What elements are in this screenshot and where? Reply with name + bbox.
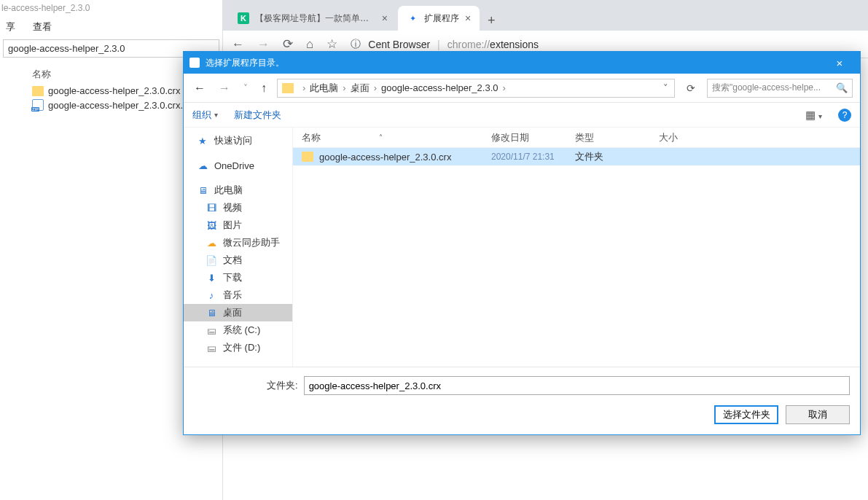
browser-tab[interactable]: K 【极客网址导航】一款简单纯净 ×: [229, 6, 396, 31]
tab-label: 扩展程序: [424, 12, 459, 25]
drive-icon: 🖴: [206, 324, 217, 336]
folder-icon: [302, 152, 313, 162]
select-folder-button[interactable]: 选择文件夹: [714, 405, 778, 424]
dialog-footer: 文件夹: 选择文件夹 取消: [184, 367, 860, 434]
cloud-icon: ☁: [197, 160, 208, 171]
dialog-nav: ← → ˅ ↑ › 此电脑 › 桌面 › google-access-helpe…: [184, 74, 860, 103]
new-tab-button[interactable]: +: [481, 10, 501, 31]
new-folder-button[interactable]: 新建文件夹: [234, 109, 281, 122]
col-size[interactable]: 大小: [659, 131, 717, 144]
nav-up-button[interactable]: ↑: [258, 82, 270, 95]
address-bar[interactable]: ⓘ Cent Browser | chrome://extensions: [351, 38, 539, 51]
sidebar-item-label: 下载: [223, 271, 242, 284]
bg-menu-item[interactable]: 查看: [33, 20, 52, 34]
tab-favicon-icon: K: [238, 12, 249, 24]
file-date: 2020/11/7 21:31: [491, 152, 575, 162]
nav-back-button[interactable]: ←: [191, 82, 208, 95]
sidebar-item[interactable]: ♪音乐: [184, 286, 292, 304]
chevron-down-icon[interactable]: ˅: [241, 83, 251, 93]
sidebar-item-label: 文件 (D:): [223, 341, 260, 354]
folder-field-label: 文件夹:: [194, 379, 298, 392]
chevron-right-icon: ›: [298, 82, 310, 93]
crumb[interactable]: 此电脑: [310, 82, 338, 95]
sidebar-item-label: 桌面: [223, 306, 242, 319]
sidebar-item[interactable]: 🖼图片: [184, 216, 292, 234]
forward-button[interactable]: →: [257, 37, 270, 52]
addr-app: Cent Browser: [368, 39, 430, 50]
star-button[interactable]: ☆: [327, 36, 337, 52]
dialog-titlebar[interactable]: 选择扩展程序目录。 ×: [184, 52, 860, 74]
zip-icon: [32, 99, 44, 111]
crumb[interactable]: 桌面: [351, 82, 370, 95]
dialog-title: 选择扩展程序目录。: [206, 57, 284, 69]
folder-path-input[interactable]: [304, 376, 850, 395]
sidebar-item[interactable]: 🖴系统 (C:): [184, 321, 292, 339]
help-button[interactable]: ?: [838, 109, 851, 122]
sidebar-item-label: 快速访问: [214, 134, 252, 147]
music-icon: ♪: [206, 289, 217, 301]
sidebar-item-label: 图片: [223, 219, 242, 232]
search-placeholder: 搜索"google-access-helpe...: [712, 82, 821, 94]
close-icon[interactable]: ×: [382, 12, 388, 24]
breadcrumb[interactable]: › 此电脑 › 桌面 › google-access-helper_2.3.0 …: [277, 79, 675, 98]
desk-icon: 🖥: [206, 307, 217, 319]
file-list: 名称˄ 修改日期 类型 大小 google-access-helper_2.3.…: [293, 128, 860, 367]
nav-forward-button[interactable]: →: [216, 82, 233, 95]
file-name: google-access-helper_2.3.0.crx: [319, 152, 451, 163]
col-date[interactable]: 修改日期: [491, 131, 575, 144]
tab-label: 【极客网址导航】一款简单纯净: [255, 12, 376, 25]
sidebar-item[interactable]: 🖥此电脑: [184, 181, 292, 199]
addr-scheme: chrome://: [447, 39, 490, 50]
close-icon[interactable]: ×: [465, 12, 471, 24]
drive-icon: 🖴: [206, 342, 217, 353]
sidebar-item[interactable]: ⬇下载: [184, 269, 292, 286]
col-type[interactable]: 类型: [575, 131, 659, 144]
refresh-button[interactable]: ⟳: [682, 82, 700, 94]
folder-icon: [282, 83, 294, 93]
bg-menu: 享 查看: [0, 16, 222, 38]
file-row[interactable]: google-access-helper_2.3.0.crx 2020/11/7…: [293, 148, 860, 165]
sidebar-item[interactable]: ☁微云同步助手: [184, 234, 292, 251]
info-icon[interactable]: ⓘ: [351, 38, 361, 51]
sidebar-item[interactable]: ★快速访问: [184, 132, 292, 149]
search-input[interactable]: 搜索"google-access-helpe... 🔍: [707, 79, 853, 98]
sidebar-item-label: 此电脑: [214, 184, 243, 197]
separator: |: [437, 39, 440, 50]
folder-picker-dialog: 选择扩展程序目录。 × ← → ˅ ↑ › 此电脑 › 桌面 › google-…: [183, 51, 861, 435]
reload-button[interactable]: ⟳: [283, 36, 293, 52]
browser-tab-active[interactable]: ✦ 扩展程序 ×: [398, 6, 480, 31]
col-name[interactable]: 名称: [302, 131, 321, 144]
home-button[interactable]: ⌂: [306, 37, 313, 52]
view-options-button[interactable]: ▦ ▾: [805, 109, 822, 122]
bg-file-name: google-access-helper_2.3.0.crx.z: [48, 100, 188, 111]
bg-col-name[interactable]: 名称: [32, 68, 51, 81]
sidebar-item-label: 微云同步助手: [223, 236, 280, 249]
pc-icon: 🖥: [197, 184, 208, 196]
crumb[interactable]: google-access-helper_2.3.0: [381, 82, 498, 93]
puzzle-icon: ✦: [407, 12, 418, 24]
bg-file-name: google-access-helper_2.3.0.crx: [48, 85, 180, 96]
vid-icon: 🎞: [206, 202, 217, 214]
addr-path: extensions: [490, 39, 539, 50]
sidebar: ★快速访问☁OneDrive🖥此电脑🎞视频🖼图片☁微云同步助手📄文档⬇下载♪音乐…: [184, 128, 293, 367]
bg-menu-item[interactable]: 享: [6, 20, 15, 34]
sidebar-item-label: 音乐: [223, 289, 242, 302]
sync-icon: ☁: [206, 237, 217, 249]
tab-bar: K 【极客网址导航】一款简单纯净 × ✦ 扩展程序 × +: [223, 0, 868, 31]
sidebar-item-label: 文档: [223, 254, 242, 267]
star-icon: ★: [197, 135, 208, 147]
close-button[interactable]: ×: [825, 57, 854, 69]
back-button[interactable]: ←: [232, 37, 244, 52]
sidebar-item[interactable]: 🎞视频: [184, 199, 292, 216]
sidebar-item[interactable]: 🖴文件 (D:): [184, 339, 292, 356]
sort-icon: ˄: [379, 133, 383, 141]
dropdown-icon[interactable]: ˅: [660, 82, 671, 93]
organize-menu[interactable]: 组织▾: [192, 109, 218, 122]
column-headers: 名称˄ 修改日期 类型 大小: [293, 128, 860, 148]
chevron-right-icon: ›: [498, 82, 509, 93]
sidebar-item[interactable]: 🖥桌面: [184, 304, 292, 321]
sidebar-item[interactable]: ☁OneDrive: [184, 157, 292, 174]
sidebar-item[interactable]: 📄文档: [184, 251, 292, 269]
cancel-button[interactable]: 取消: [786, 405, 850, 424]
sidebar-item-label: 系统 (C:): [223, 324, 260, 337]
